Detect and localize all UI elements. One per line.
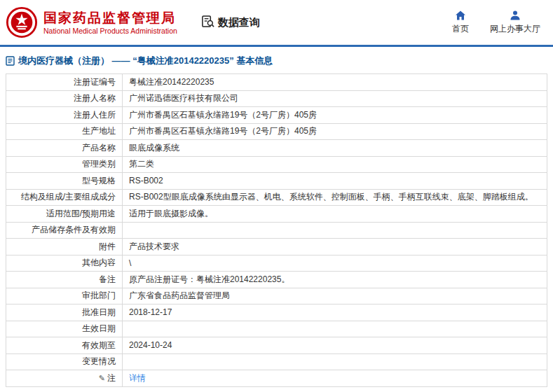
note-icon: ✎ xyxy=(99,374,105,382)
row-value: 产品技术要求 xyxy=(123,239,547,255)
row-value xyxy=(123,321,547,337)
row-label: 管理类别 xyxy=(6,156,123,173)
nav-home-label: 首页 xyxy=(452,23,469,35)
table-row: 批准日期2018-12-17 xyxy=(6,304,547,321)
row-value: 眼底成像系统 xyxy=(123,140,547,157)
info-table: 注册证编号粤械注准20142220235注册人名称广州诺迅德医疗科技有限公司注册… xyxy=(6,74,547,387)
table-row: 生效日期 xyxy=(6,321,547,337)
table-row: 适用范围/预期用途适用于眼底摄影成像。 xyxy=(6,206,547,223)
row-value: 原产品注册证号：粤械注准20142220235。 xyxy=(123,272,547,288)
row-label: 其他内容 xyxy=(6,255,123,272)
row-value: RS-B002 xyxy=(123,173,547,190)
row-value: 适用于眼底摄影成像。 xyxy=(123,206,547,223)
row-value: 广州市番禺区石基镇永缮路19号（2号厂房）405房 xyxy=(123,123,547,140)
info-table-body: 注册证编号粤械注准20142220235注册人名称广州诺迅德医疗科技有限公司注册… xyxy=(6,74,547,387)
table-row: 管理类别第二类 xyxy=(6,156,547,173)
row-label: 有效期至 xyxy=(6,337,123,354)
breadcrumb: 境内医疗器械（注册） —— “粤械注准20142220235” 基本信息 xyxy=(0,47,553,74)
table-row: 结构及组成/主要组成成分RS-B002型眼底成像系统由显示器、机电、系统软件、控… xyxy=(6,189,547,206)
data-query-icon xyxy=(201,15,214,30)
row-label: 产品名称 xyxy=(6,140,123,157)
row-value: 详情 xyxy=(123,370,547,387)
row-value: 广州诺迅德医疗科技有限公司 xyxy=(123,90,547,107)
row-label: 注册人住所 xyxy=(6,107,123,124)
row-label: 型号规格 xyxy=(6,173,123,190)
table-row: 产品储存条件及有效期 xyxy=(6,222,547,239)
row-label: 结构及组成/主要组成成分 xyxy=(6,189,123,206)
org-name-en: National Medical Products Administration xyxy=(43,27,177,36)
nav-home[interactable]: 首页 xyxy=(452,10,469,35)
org-names: 国家药品监督管理局 National Medical Products Admi… xyxy=(43,10,177,35)
row-label: 变更情况 xyxy=(6,354,123,370)
row-label: 生产地址 xyxy=(6,123,123,140)
row-value: 第二类 xyxy=(123,156,547,173)
user-icon xyxy=(510,10,521,21)
org-name-cn: 国家药品监督管理局 xyxy=(43,10,177,27)
home-icon xyxy=(455,10,466,21)
row-value: 广州市番禺区石基镇永缮路19号（2号厂房）405房 xyxy=(123,107,547,124)
table-row: 备注原产品注册证号：粤械注准20142220235。 xyxy=(6,272,547,288)
nav-service-hall[interactable]: 网上办事大厅 xyxy=(490,10,540,35)
top-nav: 首页 网上办事大厅 xyxy=(452,10,540,35)
row-label: 批准日期 xyxy=(6,304,123,321)
row-label: 备注 xyxy=(6,272,123,288)
row-value: 2024-10-24 xyxy=(123,337,547,354)
row-label: 产品储存条件及有效期 xyxy=(6,222,123,239)
breadcrumb-text: 境内医疗器械（注册） —— “粤械注准20142220235” 基本信息 xyxy=(18,55,273,67)
row-label: 注册证编号 xyxy=(6,74,123,91)
site-header: 国家药品监督管理局 National Medical Products Admi… xyxy=(0,0,553,45)
table-row: 审批部门广东省食品药品监督管理局 xyxy=(6,288,547,304)
row-label: 审批部门 xyxy=(6,288,123,304)
page: 国家药品监督管理局 National Medical Products Admi… xyxy=(0,0,553,387)
detail-link[interactable]: 详情 xyxy=(129,373,146,383)
row-label: 附件 xyxy=(6,239,123,255)
table-row: 有效期至2024-10-24 xyxy=(6,337,547,354)
table-row: 型号规格RS-B002 xyxy=(6,173,547,190)
table-row: 附件产品技术要求 xyxy=(6,239,547,255)
row-value: \ xyxy=(123,255,547,272)
row-value: 粤械注准20142220235 xyxy=(123,74,547,91)
table-row: 生产地址广州市番禺区石基镇永缮路19号（2号厂房）405房 xyxy=(6,123,547,140)
table-row: 注册人住所广州市番禺区石基镇永缮路19号（2号厂房）405房 xyxy=(6,107,547,124)
table-row: 注册人名称广州诺迅德医疗科技有限公司 xyxy=(6,90,547,107)
row-label: ✎注 xyxy=(6,370,123,387)
row-value xyxy=(123,354,547,370)
row-value xyxy=(123,222,547,239)
table-row: 注册证编号粤械注准20142220235 xyxy=(6,74,547,91)
table-row: ✎注详情 xyxy=(6,370,547,387)
table-row: 产品名称眼底成像系统 xyxy=(6,140,547,157)
row-label: 适用范围/预期用途 xyxy=(6,206,123,223)
row-label: 生效日期 xyxy=(6,321,123,337)
nav-service-hall-label: 网上办事大厅 xyxy=(490,23,540,35)
row-value: 2018-12-17 xyxy=(123,304,547,321)
data-query-title: 数据查询 xyxy=(201,15,260,30)
document-icon xyxy=(6,56,15,66)
table-row: 变更情况 xyxy=(6,354,547,370)
row-value: 广东省食品药品监督管理局 xyxy=(123,288,547,304)
row-label: 注册人名称 xyxy=(6,90,123,107)
data-query-label: 数据查询 xyxy=(218,16,260,29)
nmpa-emblem-logo xyxy=(6,6,38,38)
table-row: 其他内容\ xyxy=(6,255,547,272)
row-value: RS-B002型眼底成像系统由显示器、机电、系统软件、控制面板、手柄、手柄互联线… xyxy=(123,189,547,206)
